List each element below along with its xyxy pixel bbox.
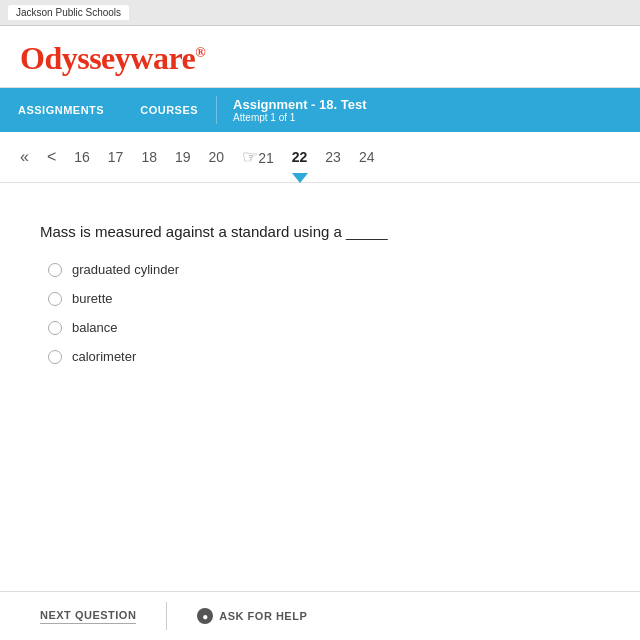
page-19[interactable]: 19 xyxy=(167,145,199,169)
page-18[interactable]: 18 xyxy=(133,145,165,169)
page-first-button[interactable]: « xyxy=(12,144,37,170)
nav-courses[interactable]: COURSES xyxy=(122,88,216,132)
option-4-label: calorimeter xyxy=(72,349,136,364)
help-icon: ● xyxy=(197,608,213,624)
bottom-bar: NEXT QUESTION ● ASK FOR HELP xyxy=(0,591,640,640)
browser-tab: Jackson Public Schools xyxy=(8,5,129,20)
radio-2[interactable] xyxy=(48,292,62,306)
logo-bar: Odysseyware® xyxy=(0,26,640,88)
bottom-divider xyxy=(166,602,167,630)
option-2[interactable]: burette xyxy=(48,291,600,306)
page-23[interactable]: 23 xyxy=(317,145,349,169)
page-21[interactable]: ☞21 xyxy=(234,142,282,172)
option-4[interactable]: calorimeter xyxy=(48,349,600,364)
browser-bar: Jackson Public Schools xyxy=(0,0,640,26)
option-3[interactable]: balance xyxy=(48,320,600,335)
assignment-title: Assignment - 18. Test xyxy=(233,97,366,112)
radio-3[interactable] xyxy=(48,321,62,335)
radio-1[interactable] xyxy=(48,263,62,277)
assignment-attempt: Attempt 1 of 1 xyxy=(233,112,366,123)
page-16[interactable]: 16 xyxy=(66,145,98,169)
nav-assignments[interactable]: ASSIGNMENTS xyxy=(0,88,122,132)
logo: Odysseyware® xyxy=(20,40,205,76)
main-content: Mass is measured against a standard usin… xyxy=(0,183,640,591)
ask-help-label: ASK FOR HELP xyxy=(219,610,307,622)
option-3-label: balance xyxy=(72,320,118,335)
option-1-label: graduated cylinder xyxy=(72,262,179,277)
pagination: « < 16 17 18 19 20 ☞21 22 23 24 xyxy=(0,132,640,183)
app-container: Odysseyware® ASSIGNMENTS COURSES Assignm… xyxy=(0,26,640,640)
next-question-button[interactable]: NEXT QUESTION xyxy=(40,609,136,624)
page-24[interactable]: 24 xyxy=(351,145,383,169)
assignment-info: Assignment - 18. Test Attempt 1 of 1 xyxy=(217,88,382,132)
page-17[interactable]: 17 xyxy=(100,145,132,169)
options-list: graduated cylinder burette balance calor… xyxy=(48,262,600,364)
page-prev-button[interactable]: < xyxy=(39,144,64,170)
option-1[interactable]: graduated cylinder xyxy=(48,262,600,277)
page-20[interactable]: 20 xyxy=(201,145,233,169)
page-22-active[interactable]: 22 xyxy=(284,145,316,169)
option-2-label: burette xyxy=(72,291,112,306)
nav-bar: ASSIGNMENTS COURSES Assignment - 18. Tes… xyxy=(0,88,640,132)
ask-help-button[interactable]: ● ASK FOR HELP xyxy=(197,608,307,624)
question-text: Mass is measured against a standard usin… xyxy=(40,223,600,240)
radio-4[interactable] xyxy=(48,350,62,364)
